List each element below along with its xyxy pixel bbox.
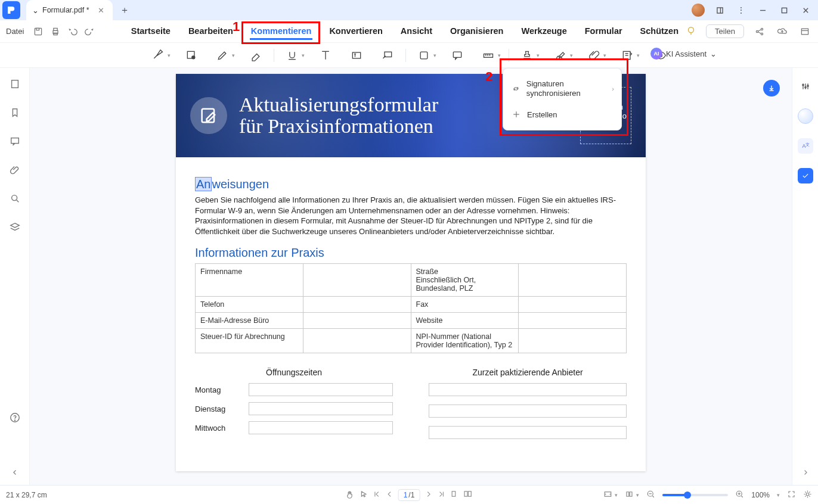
- attachment-tool-icon[interactable]: [585, 47, 602, 64]
- underline-tool-icon[interactable]: [284, 47, 300, 64]
- search-icon[interactable]: [10, 193, 20, 206]
- cell-taxid-value[interactable]: [303, 329, 411, 353]
- layers-icon[interactable]: [10, 222, 20, 235]
- share-link-icon[interactable]: [752, 24, 767, 39]
- check-panel-icon[interactable]: [798, 168, 813, 183]
- callout-tool-icon[interactable]: [379, 47, 396, 64]
- signature-sync-item[interactable]: Signaturen synchronisieren ›: [503, 73, 621, 104]
- dropdown-caret-icon[interactable]: ▾: [232, 52, 237, 58]
- dropdown-caret-icon[interactable]: ▾: [603, 52, 608, 58]
- text-selection[interactable]: An: [195, 177, 212, 191]
- zoom-out-icon[interactable]: [646, 490, 655, 500]
- window-layout-icon[interactable]: [798, 24, 812, 39]
- measure-tool-icon[interactable]: [480, 47, 497, 64]
- ai-assistant-button[interactable]: AI KI Assistent ⌄: [650, 48, 717, 60]
- zoom-in-icon[interactable]: [735, 490, 744, 500]
- translate-icon[interactable]: A文: [798, 138, 813, 154]
- note-tool-icon[interactable]: [183, 47, 200, 64]
- hand-tool-icon[interactable]: [346, 490, 355, 500]
- dropdown-caret-icon[interactable]: ▾: [168, 52, 172, 58]
- attachments-panel-icon[interactable]: [10, 164, 20, 178]
- dropdown-caret-icon[interactable]: ▾: [498, 52, 503, 58]
- select-tool-icon[interactable]: [360, 490, 368, 500]
- dropdown-caret-icon[interactable]: ▾: [777, 492, 780, 498]
- file-menu[interactable]: Datei: [6, 27, 24, 36]
- window-close-button[interactable]: [795, 2, 816, 18]
- dropdown-caret-icon[interactable]: ▾: [433, 52, 438, 58]
- prev-page-icon[interactable]: [386, 490, 393, 500]
- app-logo[interactable]: [2, 1, 20, 19]
- dropdown-caret-icon[interactable]: ▾: [636, 492, 639, 498]
- page-indicator[interactable]: 1/1: [398, 489, 420, 501]
- cloud-upload-icon[interactable]: [775, 24, 789, 39]
- stamp-tool-icon[interactable]: [519, 47, 535, 64]
- dropdown-caret-icon[interactable]: ▾: [615, 492, 618, 498]
- two-page-icon[interactable]: [463, 490, 472, 500]
- provider-field[interactable]: [429, 426, 627, 439]
- strikethrough-tool-icon[interactable]: [317, 47, 334, 64]
- settings-gear-icon[interactable]: [803, 490, 812, 500]
- eraser-tool-icon[interactable]: [247, 47, 264, 64]
- collapse-right-icon[interactable]: [801, 468, 810, 479]
- undo-icon[interactable]: [67, 24, 78, 39]
- window-minimize-button[interactable]: [752, 2, 773, 18]
- comments-panel-icon[interactable]: [10, 136, 20, 149]
- hours-field[interactable]: [249, 421, 393, 434]
- cell-email-value[interactable]: [303, 313, 411, 329]
- bookmarks-icon[interactable]: [10, 107, 20, 120]
- hours-field[interactable]: [249, 402, 393, 415]
- dropdown-caret-icon[interactable]: ▾: [570, 52, 575, 58]
- cell-fax-value[interactable]: [519, 297, 627, 313]
- tab-convert[interactable]: Konvertieren: [328, 23, 383, 40]
- thumbnails-icon[interactable]: [10, 79, 20, 92]
- tab-organize[interactable]: Organisieren: [449, 23, 504, 40]
- cell-phone-value[interactable]: [303, 297, 411, 313]
- pencil-tool-icon[interactable]: [214, 47, 231, 64]
- shape-tool-icon[interactable]: [416, 47, 432, 64]
- collapse-left-icon[interactable]: [11, 468, 19, 479]
- document-canvas[interactable]: Signaturen synchronisieren › Erstellen A…: [30, 68, 792, 485]
- fit-width-icon[interactable]: [603, 490, 612, 500]
- help-icon[interactable]: [10, 412, 20, 425]
- cell-website-value[interactable]: [519, 313, 627, 329]
- notes-panel-tool-icon[interactable]: [619, 47, 636, 64]
- hours-field[interactable]: [249, 383, 393, 396]
- share-button[interactable]: Teilen: [706, 24, 744, 38]
- document-tab[interactable]: ⌄ Formular.pdf * ✕: [26, 0, 113, 20]
- tab-form[interactable]: Formular: [584, 23, 624, 40]
- cell-npi-value[interactable]: [519, 329, 627, 353]
- lightbulb-icon[interactable]: [686, 26, 698, 38]
- redo-icon[interactable]: [84, 24, 95, 39]
- signature-create-item[interactable]: Erstellen: [503, 104, 621, 125]
- save-icon[interactable]: [32, 24, 44, 39]
- user-avatar[interactable]: [692, 4, 705, 17]
- comment-bubble-tool-icon[interactable]: [449, 47, 466, 64]
- new-tab-button[interactable]: ＋: [117, 3, 132, 17]
- cell-street-value[interactable]: [519, 264, 627, 297]
- tab-close-icon[interactable]: ✕: [98, 6, 104, 15]
- signature-tool-icon[interactable]: [552, 47, 569, 64]
- read-mode-icon[interactable]: [625, 490, 634, 500]
- highlight-tool-icon[interactable]: [150, 47, 166, 64]
- first-page-icon[interactable]: [373, 490, 381, 500]
- zoom-slider[interactable]: [662, 494, 728, 496]
- tab-protect[interactable]: Schützen: [639, 23, 680, 40]
- tab-tools[interactable]: Werkzeuge: [520, 23, 568, 40]
- dropdown-caret-icon[interactable]: ▾: [537, 52, 541, 58]
- last-page-icon[interactable]: [437, 490, 445, 500]
- tab-start[interactable]: Startseite: [130, 23, 172, 40]
- dropdown-caret-icon[interactable]: ▾: [302, 52, 306, 58]
- provider-field[interactable]: [429, 405, 627, 418]
- tab-edit[interactable]: Bearbeiten: [187, 23, 234, 40]
- next-page-icon[interactable]: [425, 490, 432, 500]
- cell-company-value[interactable]: [303, 264, 411, 297]
- ai-orb-icon[interactable]: [798, 108, 813, 124]
- settings-sliders-icon[interactable]: [798, 79, 813, 94]
- download-badge-icon[interactable]: [763, 80, 780, 97]
- dropdown-caret-icon[interactable]: ▾: [637, 52, 642, 58]
- window-maximize-button[interactable]: [774, 2, 794, 18]
- single-page-icon[interactable]: [450, 490, 458, 500]
- fullscreen-icon[interactable]: [787, 490, 796, 500]
- textbox-tool-icon[interactable]: [348, 47, 365, 64]
- provider-field[interactable]: [429, 383, 627, 396]
